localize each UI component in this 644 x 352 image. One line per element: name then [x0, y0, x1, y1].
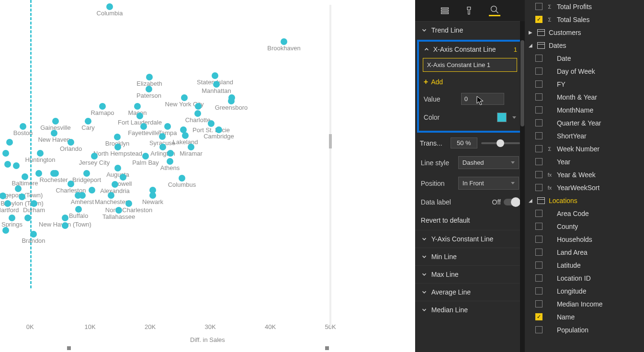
data-point[interactable] — [106, 3, 113, 10]
field-item[interactable]: Latitude — [525, 259, 644, 272]
data-point[interactable] — [149, 192, 156, 199]
line-style-select[interactable]: Dashed — [458, 156, 519, 169]
data-point[interactable] — [142, 153, 149, 159]
visual-scrollbar-thumb[interactable] — [329, 134, 332, 148]
data-point[interactable] — [51, 130, 57, 136]
checkbox[interactable] — [535, 171, 542, 178]
field-item[interactable]: Quarter & Year — [525, 116, 644, 129]
checkbox[interactable] — [535, 55, 542, 62]
transparency-value[interactable]: 50 % — [451, 137, 477, 148]
field-item[interactable]: fxYear & Week — [525, 168, 644, 181]
field-item[interactable]: Location ID — [525, 272, 644, 284]
field-item[interactable]: Area Code — [525, 207, 644, 220]
fields-tab-icon[interactable] — [439, 5, 451, 16]
data-point[interactable] — [2, 150, 9, 157]
data-point[interactable] — [6, 139, 13, 146]
y-axis-constant-line-section[interactable]: Y-Axis Constant Line — [415, 230, 525, 248]
data-point[interactable] — [281, 38, 287, 45]
format-tab-icon[interactable] — [464, 5, 475, 16]
data-point[interactable] — [212, 72, 218, 79]
data-point[interactable] — [15, 185, 22, 192]
checkbox[interactable] — [535, 145, 542, 152]
data-point[interactable] — [136, 113, 143, 119]
data-point[interactable] — [68, 181, 74, 187]
data-point[interactable] — [52, 118, 59, 125]
data-point[interactable] — [195, 103, 202, 110]
data-point[interactable] — [188, 144, 194, 150]
data-point[interactable] — [114, 144, 121, 150]
data-point[interactable] — [62, 222, 68, 229]
data-point[interactable] — [179, 175, 185, 182]
data-point[interactable] — [213, 81, 220, 88]
data-point[interactable] — [85, 118, 91, 125]
data-point[interactable] — [89, 187, 95, 193]
data-point[interactable] — [75, 206, 82, 213]
table-header[interactable]: ◢Dates — [525, 39, 644, 52]
field-item[interactable]: Day of Week — [525, 65, 644, 78]
data-point[interactable] — [62, 215, 68, 221]
checkbox[interactable] — [535, 236, 542, 243]
field-item[interactable]: FY — [525, 78, 644, 91]
checkbox[interactable] — [535, 106, 542, 114]
data-point[interactable] — [99, 103, 106, 110]
field-item[interactable]: Population — [525, 323, 644, 336]
revert-to-default[interactable]: Revert to default — [415, 211, 525, 230]
position-select[interactable]: In Front — [458, 177, 519, 190]
data-point[interactable] — [167, 150, 174, 157]
field-item[interactable]: Date — [525, 52, 644, 65]
constant-line-name-input[interactable]: X-Axis Constant Line 1 — [423, 58, 517, 72]
data-point[interactable] — [4, 161, 11, 168]
field-item[interactable]: MonthName — [525, 103, 644, 116]
data-point[interactable] — [83, 170, 90, 177]
checkbox[interactable] — [535, 93, 542, 101]
checkbox[interactable] — [535, 326, 542, 333]
data-point[interactable] — [181, 94, 188, 101]
table-header[interactable]: ▶Customers — [525, 26, 644, 39]
field-item[interactable]: Longitude — [525, 284, 644, 297]
transparency-slider[interactable] — [481, 142, 520, 144]
chevron-down-icon[interactable] — [512, 116, 516, 119]
checkbox[interactable] — [535, 3, 542, 10]
color-swatch[interactable] — [497, 113, 507, 122]
checkbox[interactable] — [535, 300, 542, 307]
checkbox[interactable] — [535, 249, 542, 256]
checkbox[interactable] — [535, 80, 542, 88]
data-point[interactable] — [167, 158, 173, 165]
data-label-toggle[interactable]: Off — [492, 198, 519, 206]
data-point[interactable] — [215, 126, 222, 133]
field-item[interactable]: ΣWeek Number — [525, 142, 644, 155]
x-const-header-row[interactable]: X-Axis Constant Line 1 — [422, 44, 518, 55]
field-item[interactable]: County — [525, 220, 644, 233]
data-point[interactable] — [20, 123, 26, 130]
checkbox[interactable] — [535, 261, 542, 269]
data-point[interactable] — [114, 165, 121, 171]
data-point[interactable] — [146, 74, 153, 80]
data-point[interactable] — [68, 139, 74, 146]
scatter-plot[interactable]: ColumbiaBrookhavenStaten IslandElizabeth… — [0, 0, 330, 316]
data-point[interactable] — [19, 193, 25, 200]
checkbox[interactable]: ✓ — [535, 313, 542, 320]
data-point[interactable] — [37, 150, 44, 157]
data-point[interactable] — [22, 173, 28, 180]
checkbox[interactable] — [535, 132, 542, 139]
data-point[interactable] — [4, 200, 11, 207]
resize-handle-corner[interactable] — [325, 346, 329, 350]
checkbox[interactable] — [535, 68, 542, 75]
checkbox[interactable] — [535, 274, 542, 282]
data-point[interactable] — [24, 215, 31, 221]
data-point[interactable] — [9, 215, 15, 221]
table-header[interactable]: ◢Locations — [525, 194, 644, 207]
max-line-section[interactable]: Max Line — [415, 265, 525, 283]
checkbox[interactable] — [535, 184, 542, 191]
data-point[interactable] — [159, 133, 166, 140]
data-point[interactable] — [13, 162, 20, 169]
data-point[interactable] — [108, 192, 114, 199]
data-point[interactable] — [2, 227, 9, 234]
field-item[interactable]: ✓ΣTotal Sales — [525, 13, 644, 26]
data-point[interactable] — [159, 144, 166, 150]
data-point[interactable] — [194, 110, 201, 117]
field-item[interactable]: ΣTotal Profits — [525, 0, 644, 13]
field-item[interactable]: Households — [525, 233, 644, 246]
field-item[interactable]: ShortYear — [525, 129, 644, 142]
field-item[interactable]: Year — [525, 155, 644, 168]
